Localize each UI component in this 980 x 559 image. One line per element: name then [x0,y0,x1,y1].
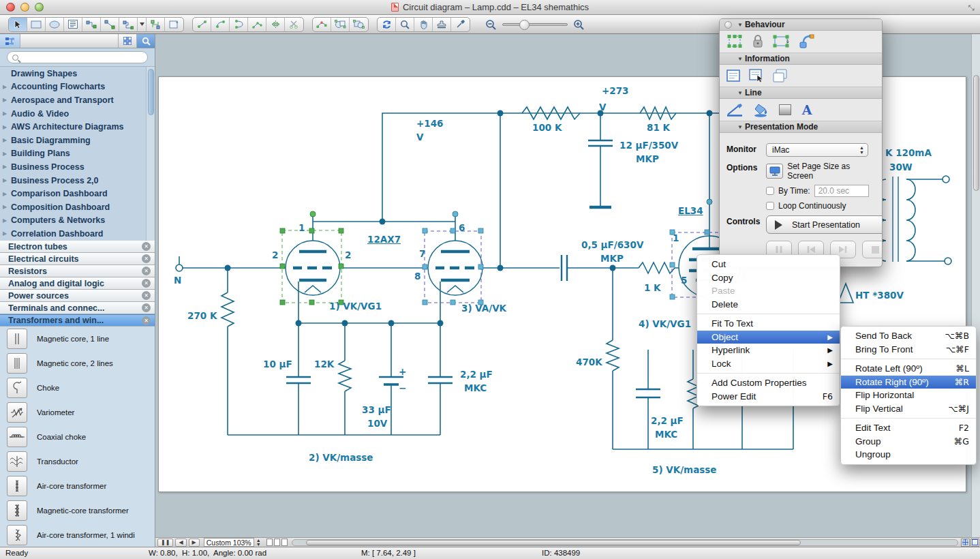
shape-row-variometer[interactable]: Variometer [0,400,155,425]
circuit-label[interactable]: 270 K [187,310,217,321]
menu-item-group[interactable]: Group⌘G [841,435,976,449]
menu-item-copy[interactable]: Copy [697,271,840,285]
circuit-label[interactable]: MKP [636,153,659,164]
fit-page-button[interactable] [961,539,970,547]
menu-item-fit-to-text[interactable]: Fit To Text [697,317,840,331]
loop-checkbox[interactable] [766,202,774,210]
shape-row-air-core-transformer[interactable]: Air-core transformer [0,474,155,498]
rectangle-tool[interactable] [27,18,46,31]
shadow-style-icon[interactable] [778,104,792,116]
canvas-hscrollbar-thumb[interactable] [306,540,801,545]
zoom-level-select[interactable]: Custom 103% [204,538,254,547]
air-core-transformer-1-winding-icon[interactable] [7,525,27,545]
connector-direct-tool[interactable] [101,18,119,31]
disclosure-triangle-icon[interactable]: ▶ [3,164,11,170]
circuit-label[interactable]: 2) VK/masse [309,452,373,463]
text-tool[interactable] [64,18,82,31]
disclosure-triangle-icon[interactable]: ▶ [3,97,11,103]
disclosure-triangle-icon[interactable]: ▶ [3,217,11,224]
curve-tool[interactable] [230,18,248,31]
information-section-header[interactable]: ▼Information [720,53,882,65]
library-section-electron-tubes[interactable]: Electron tubes✕ [0,241,155,253]
shape-row-air-core-transformer-1-winding[interactable]: Air-core transformer, 1 windi [0,523,155,547]
coaxial-choke-icon[interactable] [7,427,27,447]
menu-item-rotate-left-90[interactable]: Rotate Left (90º)⌘L [841,362,976,376]
tree-view-button[interactable] [0,34,20,48]
sidebar-item-business-process-2-0[interactable]: ▶Business Process 2,0 [0,174,155,187]
page-thumb-2[interactable] [274,539,280,546]
circuit-label[interactable]: V [599,102,606,112]
circuit-label[interactable]: 7 [419,248,425,259]
library-section-power-sources[interactable]: Power sources✕ [0,290,155,302]
menu-item-power-edit[interactable]: Power EditF6 [697,390,840,404]
by-time-field[interactable]: 20.0 sec [814,185,869,197]
circuit-label[interactable]: 81 K [647,122,670,133]
disclosure-triangle-icon[interactable]: ▶ [3,124,11,130]
line-tool[interactable] [193,18,211,31]
zoom-slider-knob[interactable] [519,20,530,30]
circuit-label[interactable]: +273 [602,85,629,96]
search-input[interactable] [21,53,142,61]
pan-tool[interactable] [414,18,433,31]
page-thumb-1[interactable] [266,539,273,546]
circuit-label[interactable]: 3) VA/VK [461,303,506,314]
magnetic-core-1-line-icon[interactable] [7,329,27,349]
presentation-section-header[interactable]: ▼Presentation Mode [720,121,882,133]
sidebar-item-aerospace-and-transport[interactable]: ▶Aerospace and Transport [0,93,155,107]
page-pause-button[interactable]: ❚❚ [157,539,173,547]
disclosure-triangle-icon[interactable]: ▶ [3,177,11,183]
prev-page-button[interactable]: ◀ [175,539,186,547]
circuit-label[interactable]: 470K [576,357,602,367]
circuit-label[interactable]: 1 [673,232,679,243]
sidebar-item-building-plans[interactable]: ▶Building Plans [0,147,155,161]
grid-view-button[interactable] [119,34,137,48]
reshape-tool[interactable] [313,18,331,31]
refresh-tool[interactable] [378,18,396,31]
layers-icon[interactable] [773,69,788,82]
circuit-label[interactable]: V [416,132,423,142]
eyedropper-tool[interactable] [451,18,470,31]
menu-item-object[interactable]: Object▶ [697,331,840,344]
stop-button[interactable] [862,241,883,258]
lock-icon[interactable] [752,34,764,49]
zoom-stepper[interactable]: ▲▼ [256,539,261,547]
transductor-icon[interactable] [7,451,27,472]
circuit-label[interactable]: 2 [345,250,351,260]
menu-item-lock[interactable]: Lock▶ [697,357,840,371]
shape-row-magnetic-core-transformer[interactable]: Magnetic-core transformer [0,498,155,523]
circuit-label[interactable]: 30W [889,162,913,172]
union-shapes-tool[interactable] [350,18,368,31]
circuit-label[interactable]: HT *380V [855,290,904,301]
sidebar-item-composition-dashboard[interactable]: ▶Composition Dashboard [0,200,155,214]
canvas-vscrollbar-thumb[interactable] [973,75,979,191]
library-section-resistors[interactable]: Resistors✕ [0,265,155,277]
text-style-icon[interactable]: A [801,104,813,117]
note-cursor-icon[interactable] [749,69,764,83]
menu-item-add-custom-properties[interactable]: Add Custom Properties [697,376,840,390]
circuit-label[interactable]: MKP [600,253,624,264]
circuit-label[interactable]: MKC [464,382,487,393]
sidebar-item-accounting-flowcharts[interactable]: ▶Accounting Flowcharts [0,80,155,94]
circuit-label[interactable]: 12K [314,359,334,369]
subtract-shapes-tool[interactable] [331,18,350,31]
sidebar-item-computers-networks[interactable]: ▶Computers & Networks [0,214,155,228]
actual-size-button[interactable] [970,539,979,547]
close-library-icon[interactable]: ✕ [142,291,151,300]
circuit-label[interactable]: − [399,382,406,393]
stamp-tool[interactable] [433,18,451,31]
menu-item-flip-horizontal[interactable]: Flip Horizontal [841,389,976,402]
disclosure-triangle-icon[interactable]: ▶ [3,151,11,157]
fill-bucket-icon[interactable] [753,103,769,117]
disclosure-triangle-icon[interactable]: ▶ [3,137,11,143]
circuit-label[interactable]: 8 [414,271,420,282]
search-view-button[interactable] [137,34,155,48]
circuit-label[interactable]: 5) VK/masse [652,464,717,475]
library-section-terminals-and-connec[interactable]: Terminals and connec...✕ [0,302,155,314]
connector-dropdown-caret[interactable] [138,18,147,31]
select-tool[interactable] [9,18,27,31]
circuit-label[interactable]: 12AX7 [367,234,401,245]
zoom-slider[interactable] [502,23,568,26]
close-library-icon[interactable]: ✕ [142,279,151,288]
close-library-icon[interactable]: ✕ [142,316,151,325]
start-presentation-button[interactable]: Start Presentation [766,215,883,234]
